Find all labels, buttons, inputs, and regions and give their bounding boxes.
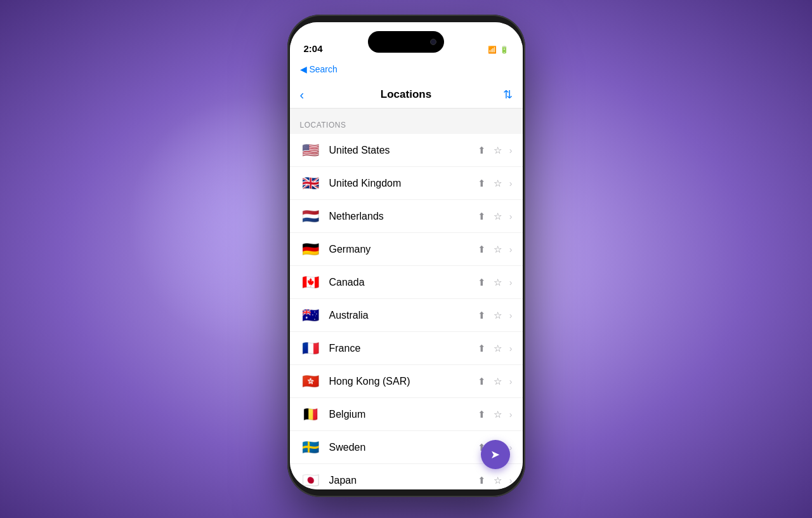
star-icon[interactable]: ☆: [494, 310, 502, 321]
chevron-right-icon: ›: [509, 211, 513, 222]
flag-icon: 🇫🇷: [300, 338, 322, 359]
star-icon[interactable]: ☆: [494, 178, 502, 189]
star-icon[interactable]: ☆: [494, 277, 502, 288]
chevron-right-icon: ›: [509, 244, 513, 255]
star-icon[interactable]: ☆: [494, 145, 502, 156]
list-item[interactable]: 🇦🇺 Australia ⬆ ☆ ›: [290, 299, 523, 332]
item-actions: ⬆ ☆ ›: [478, 475, 513, 486]
chevron-right-icon: ›: [509, 376, 513, 387]
item-actions: ⬆ ☆ ›: [478, 376, 513, 387]
locations-list[interactable]: 🇺🇸 United States ⬆ ☆ › 🇬🇧 United Kingdom…: [290, 134, 523, 489]
share-icon[interactable]: ⬆: [478, 475, 486, 486]
flag-icon: 🇩🇪: [300, 239, 322, 260]
phone-wrapper: 2:04 📶 🔋 ◀ Search ‹ Locations ⇅: [287, 15, 525, 497]
phone-frame: 2:04 📶 🔋 ◀ Search ‹ Locations ⇅: [287, 15, 525, 497]
share-icon[interactable]: ⬆: [478, 145, 486, 156]
chevron-right-icon: ›: [509, 343, 513, 354]
list-item[interactable]: 🇬🇧 United Kingdom ⬆ ☆ ›: [290, 167, 523, 200]
list-item[interactable]: 🇳🇱 Netherlands ⬆ ☆ ›: [290, 200, 523, 233]
share-icon[interactable]: ⬆: [478, 376, 486, 387]
screen-content: 2:04 📶 🔋 ◀ Search ‹ Locations ⇅: [290, 22, 523, 489]
section-header: LOCATIONS: [290, 109, 523, 134]
star-icon[interactable]: ☆: [494, 475, 502, 486]
country-name: Netherlands: [329, 211, 478, 222]
share-icon[interactable]: ⬆: [478, 310, 486, 321]
flag-icon: 🇧🇪: [300, 404, 322, 425]
di-camera: [430, 39, 436, 45]
share-icon[interactable]: ⬆: [478, 244, 486, 255]
flag-icon: 🇬🇧: [300, 173, 322, 194]
chevron-right-icon: ›: [509, 409, 513, 420]
chevron-right-icon: ›: [509, 277, 513, 288]
star-icon[interactable]: ☆: [494, 376, 502, 387]
item-actions: ⬆ ☆ ›: [478, 178, 513, 189]
wifi-icon: 📶: [488, 46, 497, 54]
status-time: 2:04: [304, 43, 323, 54]
country-name: Germany: [329, 244, 478, 255]
item-actions: ⬆ ☆ ›: [478, 343, 513, 354]
list-item[interactable]: 🇭🇰 Hong Kong (SAR) ⬆ ☆ ›: [290, 365, 523, 398]
item-actions: ⬆ ☆ ›: [478, 310, 513, 321]
status-icons: 📶 🔋: [488, 46, 509, 54]
chevron-right-icon: ›: [509, 178, 513, 189]
chevron-right-icon: ›: [509, 145, 513, 156]
flag-icon: 🇭🇰: [300, 371, 322, 392]
back-link[interactable]: ◀ Search: [300, 64, 337, 74]
item-actions: ⬆ ☆ ›: [478, 145, 513, 156]
list-item[interactable]: 🇯🇵 Japan ⬆ ☆ ›: [290, 464, 523, 489]
country-name: Australia: [329, 310, 478, 321]
chevron-right-icon: ›: [509, 475, 513, 486]
share-icon[interactable]: ⬆: [478, 211, 486, 222]
flag-icon: 🇦🇺: [300, 305, 322, 326]
share-icon[interactable]: ⬆: [478, 277, 486, 288]
fab-icon: ➤: [490, 448, 500, 462]
share-icon[interactable]: ⬆: [478, 409, 486, 420]
country-name: United Kingdom: [329, 178, 478, 189]
list-item[interactable]: 🇧🇪 Belgium ⬆ ☆ ›: [290, 398, 523, 431]
country-name: France: [329, 343, 478, 354]
star-icon[interactable]: ☆: [494, 409, 502, 420]
country-name: United States: [329, 145, 478, 156]
country-name: Canada: [329, 277, 478, 288]
nav-header: ‹ Locations ⇅: [290, 81, 523, 109]
item-actions: ⬆ ☆ ›: [478, 409, 513, 420]
flag-icon: 🇺🇸: [300, 140, 322, 161]
item-actions: ⬆ ☆ ›: [478, 244, 513, 255]
share-icon[interactable]: ⬆: [478, 178, 486, 189]
dynamic-island: [368, 31, 444, 53]
item-actions: ⬆ ☆ ›: [478, 211, 513, 222]
list-item[interactable]: 🇨🇦 Canada ⬆ ☆ ›: [290, 266, 523, 299]
flag-icon: 🇳🇱: [300, 206, 322, 227]
country-name: Hong Kong (SAR): [329, 376, 478, 387]
nav-title: Locations: [381, 88, 431, 101]
item-actions: ⬆ ☆ ›: [478, 277, 513, 288]
battery-icon: 🔋: [500, 46, 509, 54]
phone-screen: 2:04 📶 🔋 ◀ Search ‹ Locations ⇅: [290, 22, 523, 489]
chevron-right-icon: ›: [509, 442, 513, 453]
fab-button[interactable]: ➤: [481, 440, 510, 469]
star-icon[interactable]: ☆: [494, 211, 502, 222]
list-item[interactable]: 🇩🇪 Germany ⬆ ☆ ›: [290, 233, 523, 266]
country-name: Japan: [329, 475, 478, 486]
back-nav[interactable]: ◀ Search: [290, 58, 523, 81]
flag-icon: 🇨🇦: [300, 272, 322, 293]
share-icon[interactable]: ⬆: [478, 343, 486, 354]
flag-icon: 🇯🇵: [300, 470, 322, 490]
country-name: Belgium: [329, 409, 478, 420]
list-item[interactable]: 🇫🇷 France ⬆ ☆ ›: [290, 332, 523, 365]
nav-back-button[interactable]: ‹: [300, 88, 304, 101]
country-name: Sweden: [329, 442, 478, 453]
flag-icon: 🇸🇪: [300, 437, 322, 458]
nav-sort-button[interactable]: ⇅: [503, 88, 513, 102]
list-item[interactable]: 🇺🇸 United States ⬆ ☆ ›: [290, 134, 523, 167]
section-label: LOCATIONS: [300, 121, 346, 130]
star-icon[interactable]: ☆: [494, 343, 502, 354]
chevron-right-icon: ›: [509, 310, 513, 321]
star-icon[interactable]: ☆: [494, 244, 502, 255]
